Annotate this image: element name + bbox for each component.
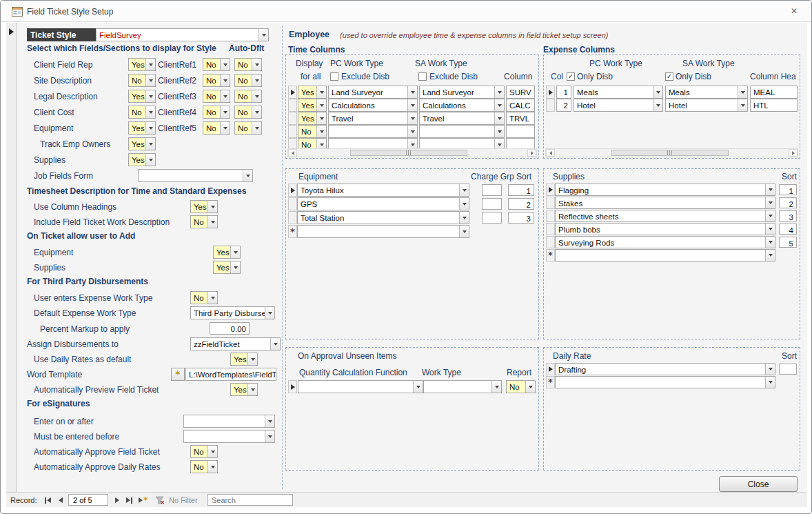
work-type-select[interactable] (423, 380, 502, 393)
time-sa-select[interactable] (419, 125, 505, 138)
supplies-display-select[interactable]: Yes (128, 153, 156, 166)
clientref-auto-select[interactable]: No (234, 90, 262, 103)
clientref-auto-select[interactable]: No (234, 121, 262, 135)
chevron-down-icon[interactable] (459, 184, 469, 196)
scroll-right-icon[interactable] (527, 149, 536, 157)
chevron-down-icon[interactable] (459, 198, 469, 210)
use-column-headings-select[interactable]: Yes (190, 200, 218, 213)
time-pc-select[interactable]: Travel (328, 112, 418, 125)
row-selector[interactable] (288, 197, 297, 210)
new-row-selector[interactable]: * (288, 225, 297, 238)
chevron-down-icon[interactable] (145, 138, 155, 150)
scrollbar-thumb[interactable] (350, 150, 467, 156)
row-selector[interactable] (546, 184, 555, 196)
chevron-down-icon[interactable] (407, 112, 417, 124)
row-selector[interactable] (546, 197, 555, 209)
chevron-down-icon[interactable] (413, 381, 423, 393)
chevron-down-icon[interactable] (653, 86, 662, 98)
job-fields-form-select[interactable] (138, 169, 253, 182)
chevron-down-icon[interactable] (653, 99, 662, 111)
chevron-down-icon[interactable] (145, 59, 155, 70)
time-display-select[interactable]: Yes (298, 112, 327, 125)
time-display-select[interactable]: No (298, 125, 327, 138)
chevron-down-icon[interactable] (738, 99, 747, 111)
chevron-down-icon[interactable] (220, 106, 230, 118)
chevron-down-icon[interactable] (765, 184, 775, 195)
row-selector[interactable] (288, 125, 297, 138)
supply-select[interactable]: Plumb bobs (555, 223, 775, 235)
chevron-down-icon[interactable] (230, 246, 240, 258)
word-template-input[interactable]: L:\WordTemplates\FieldTicketTempla (185, 368, 276, 381)
chevron-down-icon[interactable] (765, 377, 775, 388)
row-selector[interactable] (288, 112, 297, 125)
time-column-input[interactable]: CALC (506, 99, 535, 112)
record-position-input[interactable]: 2 of 5 (68, 494, 108, 506)
exclude-disb-sa-checkbox[interactable] (418, 72, 427, 81)
chevron-down-icon[interactable] (207, 446, 217, 457)
sort-input[interactable]: 3 (779, 210, 797, 221)
chevron-down-icon[interactable] (207, 292, 217, 304)
scroll-left-icon[interactable] (288, 149, 297, 157)
chevron-down-icon[interactable] (316, 126, 326, 137)
chevron-down-icon[interactable] (407, 99, 417, 111)
chevron-down-icon[interactable] (494, 86, 504, 98)
equipment-select[interactable]: Total Station (297, 211, 469, 224)
charge-grp-input[interactable] (482, 198, 502, 210)
last-record-button[interactable] (123, 495, 135, 506)
chevron-down-icon[interactable] (247, 384, 257, 395)
include-work-description-select[interactable]: No (190, 215, 218, 228)
chevron-down-icon[interactable] (252, 75, 261, 86)
sort-input[interactable]: 1 (779, 184, 797, 195)
chevron-down-icon[interactable] (459, 212, 469, 224)
horizontal-scrollbar[interactable] (545, 148, 798, 157)
chevron-down-icon[interactable] (247, 353, 257, 365)
chevron-down-icon[interactable] (459, 226, 469, 237)
equipment-select[interactable]: Toyota Hilux (297, 184, 469, 197)
chevron-down-icon[interactable] (220, 90, 230, 102)
new-row-selector[interactable]: * (546, 376, 555, 388)
chevron-down-icon[interactable] (491, 381, 501, 393)
next-record-button[interactable] (111, 495, 123, 506)
chevron-down-icon[interactable] (765, 237, 775, 248)
scroll-left-icon[interactable] (546, 149, 555, 157)
supply-select[interactable]: Stakes (555, 197, 775, 209)
chevron-down-icon[interactable] (407, 126, 417, 137)
row-selector[interactable] (288, 380, 297, 393)
auto-preview-select[interactable]: Yes (230, 383, 258, 396)
expense-col-input[interactable]: 1 (556, 86, 571, 99)
chevron-down-icon[interactable] (252, 122, 261, 134)
sort-input[interactable]: 1 (508, 184, 534, 196)
clientref-select[interactable]: No (203, 106, 230, 119)
field-display-select[interactable]: No (128, 74, 156, 87)
time-pc-select[interactable]: Calculations (328, 99, 418, 112)
row-selector[interactable] (288, 211, 297, 224)
only-disb-pc-checkbox[interactable]: ✓ (567, 72, 575, 81)
search-input[interactable] (207, 494, 293, 506)
chevron-down-icon[interactable] (258, 29, 268, 41)
time-sa-select[interactable]: Land Surveyor (419, 86, 505, 99)
chevron-down-icon[interactable] (265, 307, 274, 319)
time-column-input[interactable] (506, 125, 535, 138)
row-selector[interactable] (288, 184, 297, 197)
chevron-down-icon[interactable] (145, 90, 155, 102)
chevron-down-icon[interactable] (765, 250, 775, 261)
time-pc-select[interactable] (328, 125, 418, 138)
clientref-auto-select[interactable]: No (234, 106, 262, 119)
chevron-down-icon[interactable] (145, 154, 155, 166)
chevron-down-icon[interactable] (765, 364, 775, 375)
sort-input[interactable]: 4 (779, 224, 797, 235)
auto-approve-daily-rates-select[interactable]: No (190, 460, 218, 473)
expense-column-input[interactable]: MEAL (750, 86, 798, 99)
auto-approve-ticket-select[interactable]: No (190, 445, 218, 458)
row-selector[interactable] (546, 223, 555, 235)
chevron-down-icon[interactable] (145, 75, 155, 86)
track-emp-owners-select[interactable]: Yes (128, 137, 156, 150)
chevron-down-icon[interactable] (265, 431, 274, 442)
new-row-selector[interactable]: * (546, 249, 555, 261)
exclude-disb-pc-checkbox[interactable] (330, 72, 338, 81)
chevron-down-icon[interactable] (738, 86, 747, 98)
sort-input[interactable]: 2 (508, 198, 534, 210)
horizontal-scrollbar[interactable] (287, 148, 537, 157)
supply-select[interactable] (555, 249, 775, 261)
time-sa-select[interactable]: Calculations (419, 99, 505, 112)
